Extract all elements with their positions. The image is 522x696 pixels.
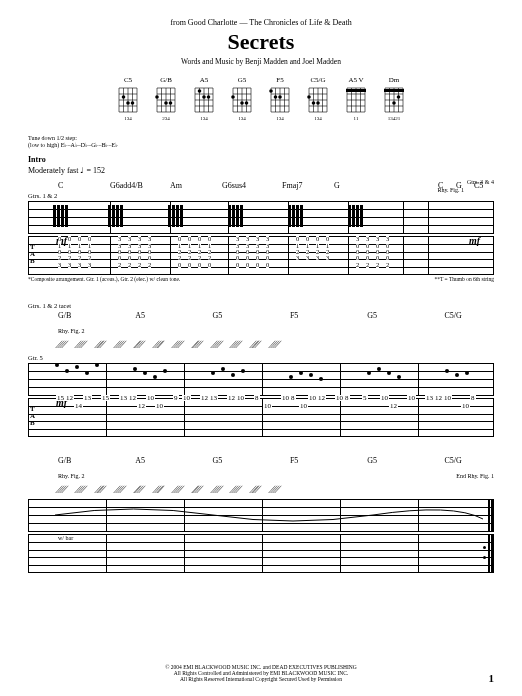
system-3: G/B A5 G5 F5 G5 C5/G Rhy. Fig. 2 End Rhy…	[28, 456, 494, 572]
svg-point-128	[455, 373, 459, 377]
fretboard-icon	[117, 86, 139, 114]
chord-symbol-row: C G6add4/B Am G6sus4 Fmaj7 G C G C5	[28, 181, 494, 190]
svg-point-116	[221, 367, 225, 371]
svg-point-25	[169, 101, 173, 105]
svg-point-109	[85, 371, 89, 375]
svg-point-107	[65, 369, 69, 373]
chord-diagram: G5 134	[231, 76, 253, 121]
tab-clef: TAB	[30, 244, 35, 265]
svg-point-38	[207, 95, 211, 99]
rhythm-slashes: ∕∕∕∕∕∕∕∕∕∕∕∕∕∕∕∕∕∕∕∕∕∕∕∕∕∕∕∕∕∕∕∕∕∕∕∕∕∕∕∕…	[28, 338, 494, 350]
svg-point-117	[231, 373, 235, 377]
guitar-label: Gtrs. 1 & 2	[28, 192, 494, 199]
chord-symbol-row: G/B A5 G5 F5 G5 C5/G	[28, 311, 494, 320]
svg-point-77	[316, 101, 320, 105]
svg-point-115	[211, 371, 215, 375]
svg-point-122	[319, 377, 323, 381]
system-2: Gtrs. 1 & 2 tacet G/B A5 G5 F5 G5 C5/G R…	[28, 302, 494, 436]
svg-point-125	[387, 371, 391, 375]
svg-point-129	[465, 371, 469, 375]
rhythm-figure-text: Rhy. Fig. 1	[437, 187, 464, 193]
fretboard-icon	[193, 86, 215, 114]
rhythm-slash-row: Rhy. Fig. 2	[28, 322, 494, 334]
svg-point-101	[397, 95, 401, 99]
guitar-tacet-label: Gtrs. 1 & 2 tacet	[28, 302, 494, 309]
tuning-note: Tune down 1/2 step: (low to high) E♭–A♭–…	[28, 135, 494, 149]
fretboard-icon	[231, 86, 253, 114]
songwriter-credit: Words and Music by Benji Madden and Joel…	[28, 57, 494, 66]
rhythm-figure-label: Gtrs. 3 & 4	[467, 179, 494, 185]
chord-diagram: Dm 13421	[383, 76, 405, 121]
rhythm-slash-row: Rhy. Fig. 2 End Rhy. Fig. 1	[28, 467, 494, 479]
svg-point-112	[143, 371, 147, 375]
system-1: C G6add4/B Am G6sus4 Fmaj7 G C G C5 Gtrs…	[28, 181, 494, 282]
svg-point-106	[55, 363, 59, 367]
chord-diagram: F5 134	[269, 76, 291, 121]
song-title: Secrets	[28, 29, 494, 55]
chord-diagram: A5 V 11	[345, 76, 367, 121]
svg-point-113	[153, 375, 157, 379]
svg-point-75	[307, 95, 311, 99]
tab-clef: TAB	[30, 406, 35, 427]
svg-point-36	[198, 89, 202, 93]
svg-point-23	[155, 95, 159, 99]
chord-diagram: A5 134	[193, 76, 215, 121]
svg-point-121	[309, 373, 313, 377]
page-number: 1	[489, 672, 495, 684]
chord-diagram: C5/G 134	[307, 76, 329, 121]
svg-point-76	[312, 101, 316, 105]
tab-staff	[28, 534, 494, 572]
svg-point-12	[131, 101, 135, 105]
svg-point-51	[245, 101, 249, 105]
tempo-marking: Moderately fast ♩ = 152	[28, 166, 494, 175]
svg-point-62	[269, 89, 273, 93]
album-source: from Good Charlotte — The Chronicles of …	[28, 18, 494, 27]
svg-point-111	[133, 367, 137, 371]
svg-point-120	[299, 371, 303, 375]
fretboard-icon	[345, 86, 367, 114]
svg-point-64	[278, 95, 282, 99]
chord-diagram: C5 134	[117, 76, 139, 121]
svg-point-126	[397, 375, 401, 379]
svg-point-124	[377, 367, 381, 371]
chord-diagram-row: C5 134 G/B 234 A5 134 G5 134 F5 134 C5/G…	[28, 76, 494, 121]
svg-point-110	[95, 363, 99, 367]
svg-point-108	[75, 365, 79, 369]
section-label-intro: Intro	[28, 155, 494, 164]
fretboard-icon	[155, 86, 177, 114]
sheet-music-page: from Good Charlotte — The Chronicles of …	[0, 0, 522, 696]
svg-point-11	[126, 101, 130, 105]
chord-diagram: G/B 234	[155, 76, 177, 121]
tab-staff: TAB 151213151312109101213121081081012108…	[28, 398, 494, 436]
guitar-5-label: Gtr. 5	[28, 354, 494, 361]
fretboard-icon	[383, 86, 405, 114]
svg-point-100	[392, 101, 396, 105]
svg-point-118	[241, 369, 245, 373]
svg-rect-99	[384, 89, 404, 92]
svg-point-127	[445, 369, 449, 373]
chord-symbol-row: G/B A5 G5 F5 G5 C5/G	[28, 456, 494, 465]
svg-point-10	[122, 95, 126, 99]
svg-point-50	[240, 101, 244, 105]
svg-point-24	[164, 101, 168, 105]
tab-staff: TAB 01023 01023 01023 01023 33002 33002 …	[28, 236, 494, 274]
standard-staff: w/ bar	[28, 499, 494, 531]
footnote: *Composite arrangement. Gtr. 1 (acous.),…	[28, 276, 494, 282]
svg-point-37	[202, 95, 206, 99]
svg-rect-88	[346, 89, 366, 92]
svg-point-49	[231, 95, 235, 99]
fretboard-icon	[307, 86, 329, 114]
standard-staff: mf	[28, 363, 494, 395]
rhythm-slashes: ∕∕∕∕∕∕∕∕∕∕∕∕∕∕∕∕∕∕∕∕∕∕∕∕∕∕∕∕∕∕∕∕∕∕∕∕∕∕∕∕…	[28, 483, 494, 495]
svg-point-114	[163, 369, 167, 373]
svg-point-123	[367, 371, 371, 375]
standard-staff: mf mf	[28, 201, 494, 233]
copyright-footer: © 2004 EMI BLACKWOOD MUSIC INC. and DEAD…	[0, 664, 522, 682]
svg-point-63	[274, 95, 278, 99]
fretboard-icon	[269, 86, 291, 114]
svg-point-119	[289, 375, 293, 379]
